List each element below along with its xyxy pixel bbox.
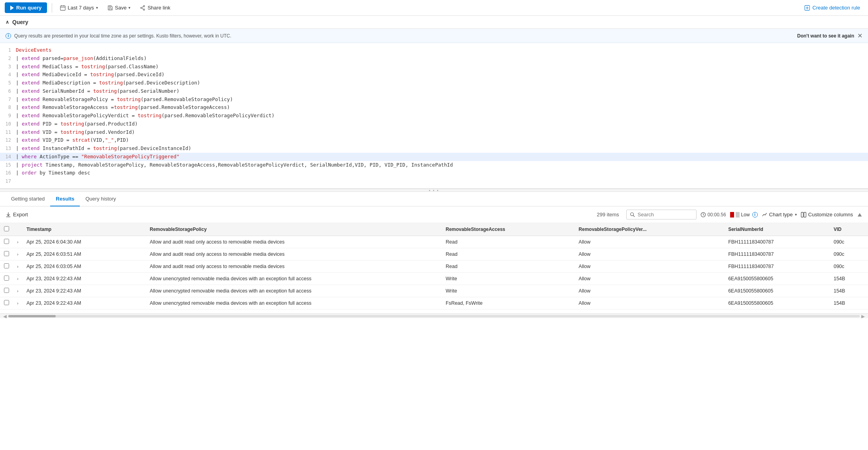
code-line-2: 2 | extend parsed=parse_json(AdditionalF…: [0, 54, 868, 63]
chevron-down-icon2: ▾: [128, 6, 130, 10]
row-checkbox-cell[interactable]: [0, 273, 13, 285]
chart-type-button[interactable]: Chart type ▾: [762, 212, 797, 218]
row-expand-cell[interactable]: ›: [13, 297, 23, 309]
expand-button[interactable]: ›: [17, 240, 19, 244]
header-timestamp[interactable]: Timestamp: [23, 223, 146, 236]
expand-button[interactable]: ›: [17, 276, 19, 281]
save-button[interactable]: Save ▾: [104, 3, 134, 13]
chevron-down-icon3: ▾: [795, 212, 797, 217]
cell-vid: 090c: [830, 261, 868, 273]
customize-columns-button[interactable]: Customize columns: [801, 212, 853, 218]
cell-access: Read: [442, 261, 575, 273]
low-rect-active: [730, 212, 734, 218]
cell-vid: 090c: [830, 248, 868, 261]
row-checkbox[interactable]: [4, 276, 9, 281]
svg-line-10: [142, 8, 144, 9]
cell-policy: Allow and audit read only access to remo…: [146, 248, 442, 261]
svg-point-7: [141, 7, 142, 9]
header-removable-storage-policy[interactable]: RemovableStoragePolicy: [146, 223, 442, 236]
tab-query-history[interactable]: Query history: [80, 192, 121, 206]
tab-getting-started[interactable]: Getting started: [6, 192, 50, 206]
row-checkbox-cell[interactable]: [0, 297, 13, 309]
row-expand-cell[interactable]: ›: [13, 236, 23, 248]
collapse-icon[interactable]: ∧: [6, 19, 9, 25]
header-serial-number[interactable]: SerialNumberId: [724, 223, 830, 236]
header-removable-storage-access[interactable]: RemovableStorageAccess: [442, 223, 575, 236]
cell-vid: 090c: [830, 236, 868, 248]
row-expand-cell[interactable]: ›: [13, 248, 23, 261]
header-select-all[interactable]: [0, 223, 13, 236]
row-checkbox[interactable]: [4, 300, 9, 305]
timer-badge: 00:00.56: [700, 212, 726, 218]
cell-serial: FBH1111183400787: [724, 261, 830, 273]
table-header-row: Timestamp RemovableStoragePolicy Removab…: [0, 223, 868, 236]
row-checkbox[interactable]: [4, 251, 9, 256]
search-input[interactable]: [638, 212, 693, 218]
share-link-button[interactable]: Share link: [137, 3, 173, 13]
export-button[interactable]: Export: [6, 212, 28, 218]
svg-line-17: [633, 215, 635, 217]
row-expand-cell[interactable]: ›: [13, 285, 23, 297]
row-checkbox[interactable]: [4, 288, 9, 293]
header-vid[interactable]: VID: [830, 223, 868, 236]
cell-vid: 154B: [830, 297, 868, 309]
timer-value: 00:00.56: [708, 212, 726, 218]
svg-line-9: [142, 6, 144, 8]
tabs-row: Getting started Results Query history: [0, 192, 868, 206]
cell-policy: Allow and audit read only access to remo…: [146, 261, 442, 273]
tab-results[interactable]: Results: [50, 192, 80, 206]
chevron-down-icon: ▾: [96, 6, 98, 10]
row-checkbox-cell[interactable]: [0, 261, 13, 273]
expand-button[interactable]: ›: [17, 264, 19, 269]
expand-button[interactable]: ›: [17, 301, 19, 306]
expand-button[interactable]: ›: [17, 252, 19, 257]
export-icon: [6, 212, 11, 218]
svg-rect-21: [801, 212, 803, 217]
clock-icon: [700, 212, 706, 218]
dont-show-button[interactable]: Don't want to see it again: [797, 33, 854, 39]
search-box[interactable]: [626, 210, 697, 219]
columns-icon: [801, 212, 806, 218]
header-expand: [13, 223, 23, 236]
row-checkbox-cell[interactable]: [0, 285, 13, 297]
scroll-to-top-icon[interactable]: [857, 212, 862, 218]
row-checkbox-cell[interactable]: [0, 248, 13, 261]
row-checkbox[interactable]: [4, 239, 9, 244]
svg-rect-22: [804, 212, 806, 217]
header-removable-policy-verdict[interactable]: RemovableStoragePolicyVer...: [575, 223, 725, 236]
row-expand-cell[interactable]: ›: [13, 261, 23, 273]
cell-policy: Allow unencrypted removable media device…: [146, 297, 442, 309]
select-all-checkbox[interactable]: [4, 226, 9, 231]
svg-point-8: [143, 9, 145, 10]
cell-timestamp: Apr 25, 2024 6:03:51 AM: [23, 248, 146, 261]
cell-timestamp: Apr 25, 2024 6:04:30 AM: [23, 236, 146, 248]
code-editor[interactable]: 1 DeviceEvents 2 | extend parsed=parse_j…: [0, 43, 868, 189]
cell-vid: 154B: [830, 273, 868, 285]
create-rule-label: Create detection rule: [812, 5, 860, 11]
row-checkbox[interactable]: [4, 263, 9, 268]
scroll-thumb[interactable]: [8, 315, 56, 317]
cell-serial: 6EA9150055800605: [724, 273, 830, 285]
low-info-icon[interactable]: i: [752, 212, 758, 218]
resize-bar[interactable]: • • •: [0, 189, 868, 192]
low-label: Low: [741, 212, 750, 218]
cell-verdict: Allow: [575, 297, 725, 309]
scroll-left-button[interactable]: ◂: [3, 312, 7, 319]
scroll-right-button[interactable]: ▸: [861, 312, 865, 319]
last-days-button[interactable]: Last 7 days ▾: [57, 3, 101, 13]
expand-button[interactable]: ›: [17, 289, 19, 293]
results-toolbar: Export 299 items 00:00.56 Low i: [0, 206, 868, 223]
svg-rect-0: [60, 6, 65, 10]
close-banner-button[interactable]: ✕: [857, 32, 862, 39]
scroll-track[interactable]: [8, 315, 860, 317]
code-line-5: 5 | extend MediaDescription = tostring(p…: [0, 79, 868, 87]
cell-timestamp: Apr 25, 2024 6:03:05 AM: [23, 261, 146, 273]
row-expand-cell[interactable]: ›: [13, 273, 23, 285]
export-label: Export: [13, 212, 28, 218]
calendar-icon: [60, 5, 66, 11]
create-detection-rule-button[interactable]: Create detection rule: [801, 3, 863, 13]
bottom-scrollbar[interactable]: ◂ ▸: [0, 313, 868, 318]
row-checkbox-cell[interactable]: [0, 236, 13, 248]
code-line-7: 7 | extend RemovableStoragePolicy = tost…: [0, 96, 868, 104]
run-query-button[interactable]: Run query: [5, 2, 47, 13]
